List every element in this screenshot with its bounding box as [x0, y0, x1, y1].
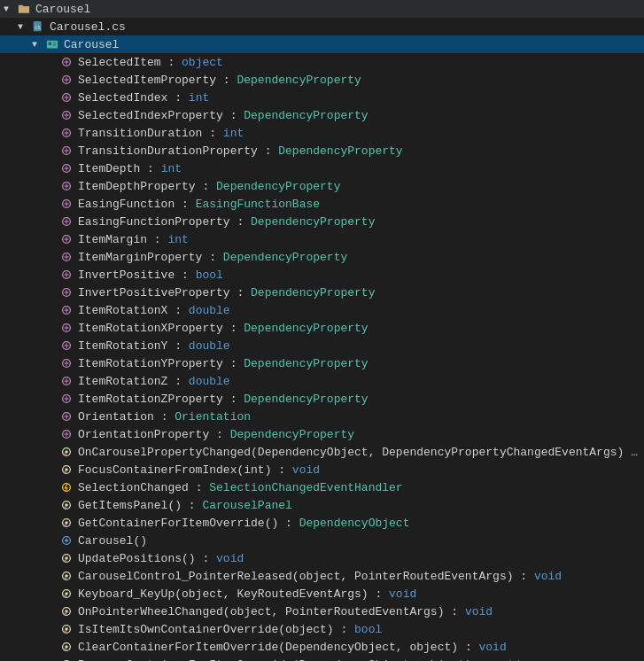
- tree-icon-property: [60, 214, 74, 229]
- tree-item-method-updatepositions[interactable]: UpdatePositions() : void: [0, 549, 644, 567]
- tree-arrow[interactable]: ▼: [4, 4, 18, 14]
- tree-item-method-oncarouselpropertychanged[interactable]: OnCarouselPropertyChanged(DependencyObje…: [0, 443, 644, 461]
- tree-label: GetContainerForItemOverride() : Dependen…: [78, 517, 409, 530]
- svg-point-39: [65, 521, 68, 525]
- tree-label: SelectedIndexProperty : DependencyProper…: [78, 109, 369, 122]
- tree-icon-property: [60, 392, 74, 406]
- tree-item-prop-itemrotationy[interactable]: ItemRotationY : double: [0, 337, 644, 354]
- tree-item-prop-selectedindex[interactable]: SelectedIndex : int: [0, 89, 644, 106]
- tree-item-prop-invertpositive[interactable]: InvertPositive : bool: [0, 266, 644, 284]
- tree-item-prop-orientationproperty[interactable]: OrientationProperty : DependencyProperty: [0, 425, 644, 443]
- tree-item-prop-easingfunctionproperty[interactable]: EasingFunctionProperty : DependencyPrope…: [0, 213, 644, 230]
- tree-icon-method-protected: [60, 569, 74, 583]
- tree-label: IsItemItsOwnContainerOverride(object) : …: [78, 623, 382, 636]
- tree-label: SelectedIndex : int: [78, 91, 209, 105]
- tree-item-prop-itemrotationzproperty[interactable]: ItemRotationZProperty : DependencyProper…: [0, 390, 644, 408]
- tree-item-method-onpointerwheelchanged[interactable]: OnPointerWheelChanged(object, PointerRou…: [0, 603, 644, 620]
- tree-label: Carousel: [35, 3, 90, 16]
- tree-icon-property: [60, 232, 74, 246]
- tree-label: FocusContainerFromIndex(int) : void: [78, 463, 320, 477]
- tree-label: ItemDepth : int: [78, 162, 182, 175]
- tree-item-prop-transitiondurationproperty[interactable]: TransitionDurationProperty : DependencyP…: [0, 142, 644, 159]
- tree-item-method-getcontainerforitemoverride[interactable]: GetContainerForItemOverride() : Dependen…: [0, 514, 644, 532]
- tree-item-method-getitemspanel[interactable]: GetItemsPanel() : CarouselPanel: [0, 496, 644, 514]
- svg-point-43: [65, 556, 68, 560]
- tree-item-prop-itemrotationxproperty[interactable]: ItemRotationXProperty : DependencyProper…: [0, 319, 644, 337]
- svg-point-46: [65, 574, 68, 578]
- tree-label: Orientation : Orientation: [78, 410, 251, 424]
- tree-label: ItemRotationYProperty : DependencyProper…: [78, 357, 369, 370]
- tree-icon-property: [60, 126, 74, 140]
- tree-item-method-clearcontainerforitemoverride[interactable]: ClearContainerForItemOverride(Dependency…: [0, 638, 644, 656]
- tree-item-prop-selecteditem[interactable]: SelectedItem : object: [0, 53, 644, 71]
- tree-label: SelectionChanged : SelectionChangedEvent…: [78, 481, 403, 494]
- tree-icon-method-protected: [60, 551, 74, 565]
- tree-container[interactable]: ▼ Carousel▼ CS Carousel.cs▼ Carousel Sel…: [0, 0, 644, 661]
- svg-point-55: [65, 627, 68, 631]
- svg-rect-59: [64, 648, 67, 650]
- tree-item-method-keyboard-keyup[interactable]: Keyboard_KeyUp(object, KeyRoutedEventArg…: [0, 585, 644, 603]
- tree-item-prop-selectedindexproperty[interactable]: SelectedIndexProperty : DependencyProper…: [0, 106, 644, 124]
- tree-icon-method-protected: [60, 640, 74, 654]
- tree-item-prop-transitionduration[interactable]: TransitionDuration : int: [0, 124, 644, 142]
- tree-label: InvertPositiveProperty : DependencyPrope…: [78, 286, 375, 299]
- tree-item-event-selectionchanged[interactable]: SelectionChanged : SelectionChangedEvent…: [0, 478, 644, 496]
- svg-point-58: [65, 645, 68, 649]
- tree-item-prop-easingfunction[interactable]: EasingFunction : EasingFunctionBase: [0, 195, 644, 213]
- tree-arrow[interactable]: ▼: [18, 22, 32, 32]
- tree-icon-method-protected: [60, 463, 74, 477]
- tree-item-root-carousel[interactable]: ▼ Carousel: [0, 0, 644, 18]
- svg-rect-37: [64, 506, 67, 509]
- tree-item-class-carousel[interactable]: ▼ Carousel: [0, 35, 644, 53]
- tree-item-prop-itemrotationz[interactable]: ItemRotationZ : double: [0, 372, 644, 390]
- tree-icon-property: [60, 161, 74, 175]
- tree-label: ItemRotationZProperty : DependencyProper…: [78, 393, 369, 406]
- svg-rect-56: [64, 630, 67, 633]
- tree-item-prop-itemdepthproperty[interactable]: ItemDepthProperty : DependencyProperty: [0, 177, 644, 195]
- tree-item-prop-itemmarginproperty[interactable]: ItemMarginProperty : DependencyProperty: [0, 248, 644, 266]
- svg-rect-53: [64, 612, 67, 615]
- tree-item-method-isitemitsowncontaineroverride[interactable]: IsItemItsOwnContainerOverride(object) : …: [0, 620, 644, 638]
- tree-icon-property: [60, 90, 74, 105]
- tree-item-prop-itemdepth[interactable]: ItemDepth : int: [0, 159, 644, 177]
- tree-label: PrepareContainerForItemOverride(Dependen…: [78, 658, 520, 662]
- tree-label: ClearContainerForItemOverride(Dependency…: [78, 641, 507, 654]
- tree-icon-property: [60, 179, 74, 193]
- tree-icon-property: [60, 338, 74, 353]
- tree-label: TransitionDuration : int: [78, 127, 244, 140]
- tree-label: ItemMarginProperty : DependencyProperty: [78, 251, 347, 264]
- tree-item-method-preparecontainerforitemoverride[interactable]: PrepareContainerForItemOverride(Dependen…: [0, 656, 644, 661]
- tree-label: CarouselControl_PointerReleased(object, …: [78, 570, 562, 583]
- tree-icon-method-protected: [60, 587, 74, 601]
- tree-item-prop-itemmargin[interactable]: ItemMargin : int: [0, 230, 644, 248]
- tree-label: Carousel(): [78, 534, 147, 548]
- tree-icon-property: [60, 108, 74, 122]
- tree-label: OrientationProperty : DependencyProperty: [78, 428, 354, 441]
- tree-icon-property: [60, 303, 74, 317]
- tree-item-method-focuscontainerfromindex[interactable]: FocusContainerFromIndex(int) : void: [0, 461, 644, 478]
- tree-item-method-carouselcontrol-pointerreleased[interactable]: CarouselControl_PointerReleased(object, …: [0, 567, 644, 585]
- tree-arrow[interactable]: ▼: [32, 40, 46, 50]
- tree-label: ItemRotationZ : double: [78, 375, 230, 388]
- tree-item-carousel-cs[interactable]: ▼ CS Carousel.cs: [0, 18, 644, 35]
- tree-item-prop-orientation[interactable]: Orientation : Orientation: [0, 408, 644, 425]
- tree-label: InvertPositive : bool: [78, 268, 223, 282]
- tree-icon-method-protected: [60, 445, 74, 459]
- tree-item-ctor-carousel[interactable]: Carousel(): [0, 532, 644, 549]
- tree-label: EasingFunction : EasingFunctionBase: [78, 198, 320, 211]
- tree-icon-method-protected: [60, 498, 74, 512]
- tree-icon-property: [60, 55, 74, 69]
- svg-text:CS: CS: [35, 24, 41, 29]
- tree-item-prop-selecteditemproperty[interactable]: SelectedItemProperty : DependencyPropert…: [0, 71, 644, 89]
- tree-item-prop-itemrotationyproperty[interactable]: ItemRotationYProperty : DependencyProper…: [0, 354, 644, 372]
- svg-rect-50: [64, 595, 67, 597]
- tree-label: ItemDepthProperty : DependencyProperty: [78, 180, 340, 193]
- tree-item-prop-itemrotationx[interactable]: ItemRotationX : double: [0, 301, 644, 319]
- tree-label: EasingFunctionProperty : DependencyPrope…: [78, 215, 375, 229]
- tree-label: OnPointerWheelChanged(object, PointerRou…: [78, 605, 493, 618]
- tree-label: TransitionDurationProperty : DependencyP…: [78, 144, 403, 158]
- svg-point-49: [65, 592, 68, 595]
- tree-label: Keyboard_KeyUp(object, KeyRoutedEventArg…: [78, 587, 416, 601]
- tree-item-prop-invertpositiveproperty[interactable]: InvertPositiveProperty : DependencyPrope…: [0, 284, 644, 301]
- svg-rect-3: [49, 42, 52, 45]
